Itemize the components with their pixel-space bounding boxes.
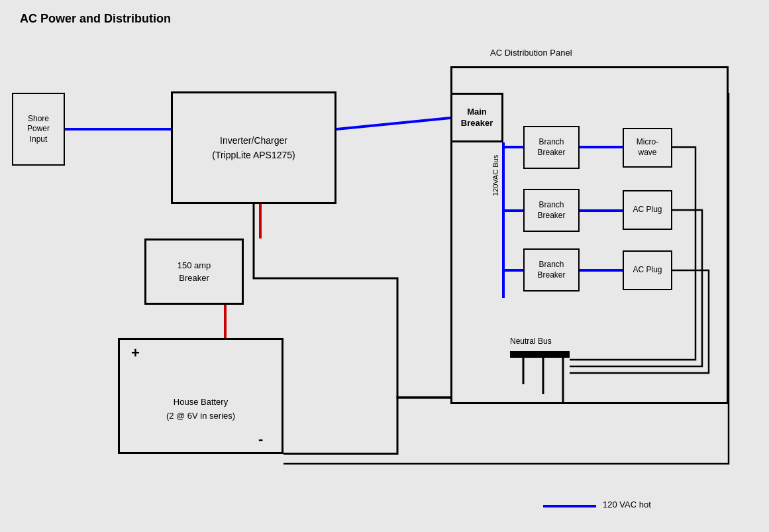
- branch-breaker-2: BranchBreaker: [523, 189, 580, 232]
- main-breaker-label: MainBreaker: [461, 107, 493, 129]
- page-title: AC Power and Distribution: [20, 12, 171, 26]
- neutral-bus-bar: [510, 351, 570, 358]
- breaker-150-box: 150 ampBreaker: [144, 239, 244, 305]
- svg-line-1: [336, 118, 450, 129]
- ac-plug-1-box: AC Plug: [623, 190, 672, 230]
- microwave-box: Micro-wave: [623, 128, 672, 168]
- 120vac-bus-label: 120VAC Bus: [491, 155, 499, 196]
- legend-blue-line: [543, 505, 596, 507]
- battery-plus: +: [131, 345, 140, 362]
- ac-panel-label: AC Distribution Panel: [490, 48, 572, 58]
- ac-plug-2-box: AC Plug: [623, 250, 672, 290]
- battery-minus: -: [258, 431, 263, 448]
- main-breaker-box: MainBreaker: [450, 93, 503, 142]
- branch-breaker-3: BranchBreaker: [523, 248, 580, 292]
- shore-power-label: ShorePowerInput: [27, 114, 50, 145]
- breaker-150-label: 150 ampBreaker: [178, 259, 211, 285]
- branch-breaker-1: BranchBreaker: [523, 126, 580, 169]
- inverter-box: Inverter/Charger(TrippLite APS1275): [171, 91, 336, 204]
- legend-blue-label: 120 VAC hot: [603, 500, 651, 509]
- battery-label: House Battery(2 @ 6V in series): [166, 396, 235, 423]
- inverter-label: Inverter/Charger(TrippLite APS1275): [212, 133, 295, 163]
- neutral-bus-label: Neutral Bus: [510, 337, 552, 346]
- shore-power-box: ShorePowerInput: [12, 93, 65, 166]
